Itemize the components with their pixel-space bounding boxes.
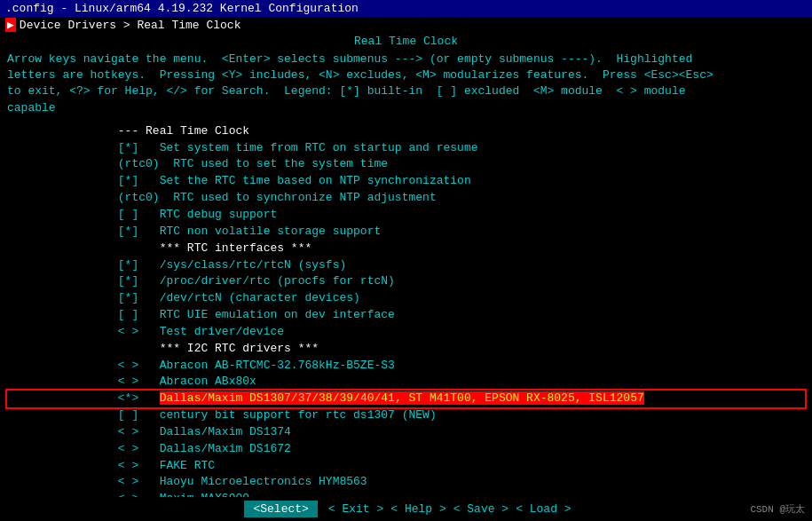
menu-line-0: --- Real Time Clock — [7, 123, 805, 140]
help-content: Arrow keys navigate the menu. <Enter> se… — [7, 52, 713, 114]
breadcrumb-text: Device Drivers > Real Time Clock — [20, 19, 241, 32]
menu-line-10: [*] /dev/rtcN (character devices) — [7, 290, 805, 307]
help-text: Arrow keys navigate the menu. <Enter> se… — [0, 50, 812, 122]
menu-line-20: < > FAKE RTC — [7, 458, 805, 475]
terminal-window: .config - Linux/arm64 4.19.232 Kernel Co… — [0, 0, 812, 521]
select-button[interactable]: <Select> — [244, 501, 317, 517]
menu-line-6: [*] RTC non volatile storage support — [7, 224, 805, 241]
menu-line-1: [*] Set system time from RTC on startup … — [7, 140, 805, 157]
menu-line-21: < > Haoyu Microelectronics HYM8563 — [7, 474, 805, 491]
help-label: < Help > — [390, 502, 445, 516]
menu-line-18: < > Dallas/Maxim DS1374 — [7, 424, 805, 441]
menu-line-2: (rtc0) RTC used to set the system time — [7, 156, 805, 173]
menu-line-7: *** RTC interfaces *** — [7, 241, 805, 257]
menu-line-3: [*] Set the RTC time based on NTP synchr… — [7, 173, 805, 190]
title-bar: .config - Linux/arm64 4.19.232 Kernel Co… — [0, 0, 812, 17]
exit-label: < Exit > — [328, 502, 383, 516]
menu-line-17: [ ] century bit support for rtc ds1307 (… — [7, 407, 805, 424]
save-label: < Save > — [453, 502, 508, 516]
menu-area: --- Real Time Clock [*] Set system time … — [0, 122, 812, 497]
menu-line-4: (rtc0) RTC used to synchronize NTP adjus… — [7, 190, 805, 207]
centered-title: Real Time Clock — [0, 33, 812, 50]
load-label: < Load > — [516, 502, 571, 516]
menu-line-8: [*] /sys/class/rtc/rtcN (sysfs) — [7, 257, 805, 274]
menu-line-9: [*] /proc/driver/rtc (procfs for rtcN) — [7, 273, 805, 290]
menu-line-5: [ ] RTC debug support — [7, 207, 805, 224]
watermark: CSDN @玩太 — [750, 502, 805, 516]
title-text: .config - Linux/arm64 4.19.232 Kernel Co… — [5, 2, 359, 15]
menu-line-12: < > Test driver/device — [7, 324, 805, 341]
menu-line-19: < > Dallas/Maxim DS1672 — [7, 441, 805, 458]
menu-line-14: < > Abracon AB-RTCMC-32.768kHz-B5ZE-S3 — [7, 358, 805, 375]
menu-line-16[interactable]: <*> Dallas/Maxim DS1307/37/38/39/40/41, … — [7, 391, 805, 407]
breadcrumb-highlight: ▶ — [5, 18, 16, 32]
breadcrumb-bar: ▶ Device Drivers > Real Time Clock — [0, 17, 812, 33]
bottom-bar: <Select> < Exit > < Help > < Save > < Lo… — [0, 497, 812, 521]
menu-line-15: < > Abracon ABx80x — [7, 374, 805, 391]
menu-line-13: *** I2C RTC drivers *** — [7, 341, 805, 358]
menu-line-11: [ ] RTC UIE emulation on dev interface — [7, 307, 805, 324]
menu-line-22: < > Maxim MAX6900 — [7, 491, 805, 497]
